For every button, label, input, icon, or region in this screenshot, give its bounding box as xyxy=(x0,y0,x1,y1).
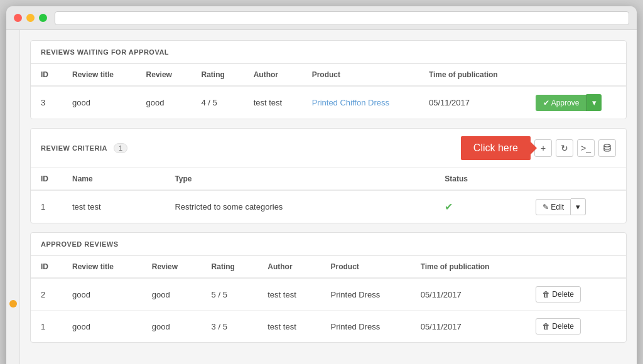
click-here-button[interactable]: Click here xyxy=(461,136,531,160)
browser-window: REVIEWS WAITING FOR APPROVAL ID Review t… xyxy=(6,6,637,364)
col-criteria-name: Name xyxy=(62,168,165,190)
row-author: test test xyxy=(244,86,302,119)
row-review-title: good xyxy=(62,86,136,119)
col-approved-author: Author xyxy=(257,256,320,278)
approved-row-author: test test xyxy=(257,311,320,343)
col-approved-rating: Rating xyxy=(202,256,258,278)
table-row: 1 good good 3 / 5 test test Printed Dres… xyxy=(31,311,626,343)
col-product: Product xyxy=(302,64,419,86)
row-rating: 4 / 5 xyxy=(192,86,244,119)
dot-red[interactable] xyxy=(14,14,22,22)
row-id: 3 xyxy=(31,86,62,119)
delete-button[interactable]: 🗑 Delete xyxy=(536,286,581,302)
approved-reviews-panel: APPROVED REVIEWS ID Review title Review … xyxy=(30,232,627,343)
approved-row-time: 05/11/2017 xyxy=(411,278,526,311)
col-rating: Rating xyxy=(192,64,244,86)
col-review: Review xyxy=(136,64,192,86)
col-actions xyxy=(526,64,626,86)
criteria-row-status: ✔ xyxy=(435,190,526,223)
table-row: 1 test test Restricted to some categorie… xyxy=(31,190,626,223)
criteria-row-actions: ✎ Edit ▾ xyxy=(526,190,626,223)
add-icon-button[interactable]: + xyxy=(534,139,552,157)
address-bar[interactable] xyxy=(55,11,629,25)
approved-row-review-title: good xyxy=(62,278,142,311)
terminal-icon-button[interactable]: >_ xyxy=(577,139,595,157)
approved-reviews-title: APPROVED REVIEWS xyxy=(41,240,119,248)
approved-row-id: 1 xyxy=(31,311,62,343)
approved-row-review: good xyxy=(142,278,202,311)
table-row: 3 good good 4 / 5 test test Printed Chif… xyxy=(31,86,626,119)
criteria-row-id: 1 xyxy=(31,190,62,223)
dot-yellow[interactable] xyxy=(26,14,35,22)
delete-button[interactable]: 🗑 Delete xyxy=(536,318,581,335)
approved-row-rating: 3 / 5 xyxy=(202,311,258,343)
col-id: ID xyxy=(31,64,62,86)
row-review: good xyxy=(136,86,192,119)
approved-row-id: 2 xyxy=(31,278,62,311)
edit-dropdown-button[interactable]: ▾ xyxy=(571,198,586,215)
edit-button[interactable]: ✎ Edit xyxy=(536,199,571,215)
approved-row-author: test test xyxy=(257,278,320,311)
approve-btn-group: ✔ Approve ▾ xyxy=(536,94,616,111)
approved-row-time: 05/11/2017 xyxy=(411,311,526,343)
approved-row-actions: 🗑 Delete xyxy=(526,278,626,311)
sidebar xyxy=(6,30,20,364)
main-content: REVIEWS WAITING FOR APPROVAL ID Review t… xyxy=(20,30,637,364)
criteria-header-row: ID Name Type Status xyxy=(31,168,626,190)
approved-row-product: Printed Dress xyxy=(320,311,410,343)
waiting-approval-table: ID Review title Review Rating Author Pro… xyxy=(31,64,626,119)
svg-point-0 xyxy=(604,144,610,147)
approve-dropdown-button[interactable]: ▾ xyxy=(586,94,602,111)
waiting-approval-title: REVIEWS WAITING FOR APPROVAL xyxy=(41,48,169,56)
approved-reviews-table: ID Review title Review Rating Author Pro… xyxy=(31,256,626,342)
status-checkmark: ✔ xyxy=(445,201,453,212)
product-link[interactable]: Printed Chiffon Dress xyxy=(312,98,389,107)
col-criteria-type: Type xyxy=(165,168,435,190)
edit-btn-group: ✎ Edit ▾ xyxy=(536,198,616,215)
sidebar-indicator xyxy=(9,300,17,308)
approved-row-rating: 5 / 5 xyxy=(202,278,258,311)
approved-header-row: ID Review title Review Rating Author Pro… xyxy=(31,256,626,278)
col-author: Author xyxy=(244,64,302,86)
criteria-row-type: Restricted to some categories xyxy=(165,190,435,223)
row-time: 05/11/2017 xyxy=(419,86,526,119)
approved-row-actions: 🗑 Delete xyxy=(526,311,626,343)
approved-row-review: good xyxy=(142,311,202,343)
browser-titlebar xyxy=(6,6,637,30)
col-approved-product: Product xyxy=(320,256,410,278)
browser-content: REVIEWS WAITING FOR APPROVAL ID Review t… xyxy=(6,30,637,364)
approved-reviews-header: APPROVED REVIEWS xyxy=(31,233,626,256)
table-row: 2 good good 5 / 5 test test Printed Dres… xyxy=(31,278,626,311)
col-approved-time: Time of publication xyxy=(411,256,526,278)
col-criteria-status: Status xyxy=(435,168,526,190)
refresh-icon-button[interactable]: ↻ xyxy=(556,139,573,157)
review-criteria-badge: 1 xyxy=(114,143,127,153)
row-actions: ✔ Approve ▾ xyxy=(526,86,626,119)
col-criteria-id: ID xyxy=(31,168,62,190)
approve-button[interactable]: ✔ Approve xyxy=(536,95,586,111)
database-icon-button[interactable] xyxy=(598,139,616,157)
col-approved-review-title: Review title xyxy=(62,256,142,278)
waiting-approval-header: REVIEWS WAITING FOR APPROVAL xyxy=(31,41,626,64)
criteria-header-actions: Click here + ↻ >_ xyxy=(461,136,616,160)
waiting-approval-panel: REVIEWS WAITING FOR APPROVAL ID Review t… xyxy=(30,40,627,119)
dot-green[interactable] xyxy=(39,14,47,22)
approved-row-product: Printed Dress xyxy=(320,278,410,311)
col-time: Time of publication xyxy=(419,64,526,86)
row-product: Printed Chiffon Dress xyxy=(302,86,419,119)
review-criteria-title: REVIEW CRITERIA xyxy=(41,144,107,152)
review-criteria-table: ID Name Type Status 1 test test Restrict… xyxy=(31,168,626,223)
waiting-approval-header-row: ID Review title Review Rating Author Pro… xyxy=(31,64,626,86)
approved-row-review-title: good xyxy=(62,311,142,343)
col-review-title: Review title xyxy=(62,64,136,86)
criteria-row-name: test test xyxy=(62,190,165,223)
review-criteria-header: REVIEW CRITERIA 1 Click here + ↻ >_ xyxy=(31,129,626,168)
col-approved-actions xyxy=(526,256,626,278)
col-criteria-actions xyxy=(526,168,626,190)
col-approved-review: Review xyxy=(142,256,202,278)
browser-dots xyxy=(14,14,47,22)
review-criteria-panel: REVIEW CRITERIA 1 Click here + ↻ >_ xyxy=(30,128,627,223)
col-approved-id: ID xyxy=(31,256,62,278)
